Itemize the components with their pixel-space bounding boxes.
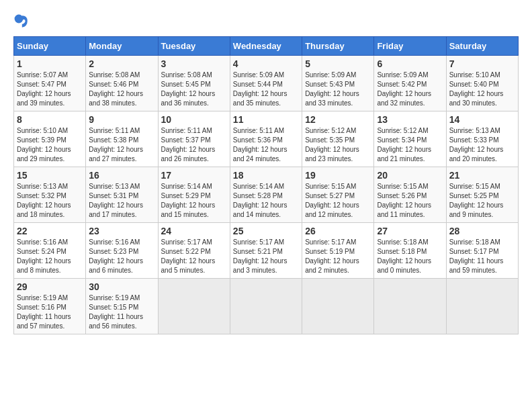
- calendar-cell: [446, 279, 518, 334]
- day-info: Sunrise: 5:15 AMSunset: 5:25 PMDaylight:…: [449, 182, 515, 220]
- day-info: Sunrise: 5:09 AMSunset: 5:42 PMDaylight:…: [377, 71, 443, 108]
- day-number: 19: [305, 170, 371, 181]
- day-info: Sunrise: 5:19 AMSunset: 5:16 PMDaylight:…: [17, 293, 83, 331]
- calendar-cell: 22Sunrise: 5:16 AMSunset: 5:24 PMDayligh…: [14, 223, 86, 279]
- calendar-cell: 6Sunrise: 5:09 AMSunset: 5:42 PMDaylight…: [374, 56, 446, 111]
- calendar-cell: 7Sunrise: 5:10 AMSunset: 5:40 PMDaylight…: [446, 56, 518, 111]
- calendar-cell: [302, 279, 374, 334]
- weekday-header: Sunday: [14, 37, 86, 56]
- calendar-cell: 29Sunrise: 5:19 AMSunset: 5:16 PMDayligh…: [14, 279, 86, 334]
- calendar-header-row: SundayMondayTuesdayWednesdayThursdayFrid…: [14, 37, 519, 56]
- day-info: Sunrise: 5:14 AMSunset: 5:28 PMDaylight:…: [233, 182, 299, 220]
- calendar-cell: [230, 279, 302, 334]
- page-header: [13, 13, 519, 30]
- day-number: 29: [17, 281, 83, 292]
- calendar-cell: 19Sunrise: 5:15 AMSunset: 5:27 PMDayligh…: [302, 167, 374, 223]
- day-info: Sunrise: 5:11 AMSunset: 5:37 PMDaylight:…: [161, 126, 227, 164]
- day-number: 5: [305, 58, 371, 69]
- calendar-cell: 11Sunrise: 5:11 AMSunset: 5:36 PMDayligh…: [230, 111, 302, 167]
- day-number: 17: [161, 170, 227, 181]
- day-number: 28: [449, 226, 515, 236]
- day-info: Sunrise: 5:12 AMSunset: 5:34 PMDaylight:…: [377, 126, 443, 164]
- day-info: Sunrise: 5:17 AMSunset: 5:21 PMDaylight:…: [233, 238, 299, 275]
- calendar-week-row: 1Sunrise: 5:07 AMSunset: 5:47 PMDaylight…: [14, 56, 519, 111]
- weekday-header: Tuesday: [158, 37, 230, 56]
- day-info: Sunrise: 5:12 AMSunset: 5:35 PMDaylight:…: [305, 126, 371, 164]
- calendar-cell: 25Sunrise: 5:17 AMSunset: 5:21 PMDayligh…: [230, 223, 302, 279]
- day-info: Sunrise: 5:10 AMSunset: 5:40 PMDaylight:…: [449, 71, 515, 108]
- day-number: 4: [233, 58, 299, 69]
- day-number: 18: [233, 170, 299, 181]
- calendar-cell: 14Sunrise: 5:13 AMSunset: 5:33 PMDayligh…: [446, 111, 518, 167]
- calendar-cell: 8Sunrise: 5:10 AMSunset: 5:39 PMDaylight…: [14, 111, 86, 167]
- calendar-cell: 1Sunrise: 5:07 AMSunset: 5:47 PMDaylight…: [14, 56, 86, 111]
- day-number: 24: [161, 226, 227, 236]
- day-info: Sunrise: 5:07 AMSunset: 5:47 PMDaylight:…: [17, 71, 83, 108]
- calendar-week-row: 29Sunrise: 5:19 AMSunset: 5:16 PMDayligh…: [14, 279, 519, 334]
- day-info: Sunrise: 5:11 AMSunset: 5:38 PMDaylight:…: [89, 126, 154, 164]
- calendar-cell: 27Sunrise: 5:18 AMSunset: 5:18 PMDayligh…: [374, 223, 446, 279]
- calendar-cell: 26Sunrise: 5:17 AMSunset: 5:19 PMDayligh…: [302, 223, 374, 279]
- calendar-week-row: 15Sunrise: 5:13 AMSunset: 5:32 PMDayligh…: [14, 167, 519, 223]
- weekday-header: Thursday: [302, 37, 374, 56]
- calendar-week-row: 22Sunrise: 5:16 AMSunset: 5:24 PMDayligh…: [14, 223, 519, 279]
- calendar-cell: 20Sunrise: 5:15 AMSunset: 5:26 PMDayligh…: [374, 167, 446, 223]
- day-number: 6: [377, 58, 443, 69]
- calendar-cell: 4Sunrise: 5:09 AMSunset: 5:44 PMDaylight…: [230, 56, 302, 111]
- calendar-cell: 5Sunrise: 5:09 AMSunset: 5:43 PMDaylight…: [302, 56, 374, 111]
- day-number: 12: [305, 114, 371, 125]
- day-number: 21: [449, 170, 515, 181]
- day-info: Sunrise: 5:19 AMSunset: 5:15 PMDaylight:…: [89, 293, 154, 331]
- calendar-cell: 28Sunrise: 5:18 AMSunset: 5:17 PMDayligh…: [446, 223, 518, 279]
- day-info: Sunrise: 5:08 AMSunset: 5:46 PMDaylight:…: [89, 71, 154, 108]
- day-info: Sunrise: 5:09 AMSunset: 5:43 PMDaylight:…: [305, 71, 371, 108]
- logo: [13, 13, 35, 30]
- day-info: Sunrise: 5:16 AMSunset: 5:24 PMDaylight:…: [17, 238, 83, 275]
- weekday-header: Saturday: [446, 37, 518, 56]
- day-number: 2: [89, 58, 154, 69]
- calendar-cell: 30Sunrise: 5:19 AMSunset: 5:15 PMDayligh…: [86, 279, 158, 334]
- calendar-cell: 2Sunrise: 5:08 AMSunset: 5:46 PMDaylight…: [86, 56, 158, 111]
- day-number: 27: [377, 226, 443, 236]
- day-number: 11: [233, 114, 299, 125]
- calendar-cell: [158, 279, 230, 334]
- day-number: 16: [89, 170, 154, 181]
- day-info: Sunrise: 5:09 AMSunset: 5:44 PMDaylight:…: [233, 71, 299, 108]
- calendar-cell: 15Sunrise: 5:13 AMSunset: 5:32 PMDayligh…: [14, 167, 86, 223]
- svg-point-0: [15, 15, 24, 24]
- day-info: Sunrise: 5:10 AMSunset: 5:39 PMDaylight:…: [17, 126, 83, 164]
- calendar-table: SundayMondayTuesdayWednesdayThursdayFrid…: [13, 36, 519, 334]
- day-info: Sunrise: 5:18 AMSunset: 5:17 PMDaylight:…: [449, 238, 515, 275]
- calendar-cell: 23Sunrise: 5:16 AMSunset: 5:23 PMDayligh…: [86, 223, 158, 279]
- calendar-cell: 12Sunrise: 5:12 AMSunset: 5:35 PMDayligh…: [302, 111, 374, 167]
- day-info: Sunrise: 5:17 AMSunset: 5:19 PMDaylight:…: [305, 238, 371, 275]
- day-info: Sunrise: 5:15 AMSunset: 5:27 PMDaylight:…: [305, 182, 371, 220]
- day-info: Sunrise: 5:18 AMSunset: 5:18 PMDaylight:…: [377, 238, 443, 275]
- day-number: 23: [89, 226, 154, 236]
- day-number: 14: [449, 114, 515, 125]
- weekday-header: Wednesday: [230, 37, 302, 56]
- day-number: 20: [377, 170, 443, 181]
- day-number: 10: [161, 114, 227, 125]
- calendar-cell: 21Sunrise: 5:15 AMSunset: 5:25 PMDayligh…: [446, 167, 518, 223]
- day-info: Sunrise: 5:11 AMSunset: 5:36 PMDaylight:…: [233, 126, 299, 164]
- calendar-cell: [374, 279, 446, 334]
- calendar-cell: 16Sunrise: 5:13 AMSunset: 5:31 PMDayligh…: [86, 167, 158, 223]
- day-number: 8: [17, 114, 83, 125]
- logo-icon: [13, 13, 30, 30]
- calendar-cell: 13Sunrise: 5:12 AMSunset: 5:34 PMDayligh…: [374, 111, 446, 167]
- weekday-header: Monday: [86, 37, 158, 56]
- calendar-cell: 3Sunrise: 5:08 AMSunset: 5:45 PMDaylight…: [158, 56, 230, 111]
- day-info: Sunrise: 5:13 AMSunset: 5:31 PMDaylight:…: [89, 182, 154, 220]
- day-number: 13: [377, 114, 443, 125]
- calendar-cell: 24Sunrise: 5:17 AMSunset: 5:22 PMDayligh…: [158, 223, 230, 279]
- day-number: 9: [89, 114, 154, 125]
- calendar-week-row: 8Sunrise: 5:10 AMSunset: 5:39 PMDaylight…: [14, 111, 519, 167]
- day-number: 22: [17, 226, 83, 236]
- day-info: Sunrise: 5:08 AMSunset: 5:45 PMDaylight:…: [161, 71, 227, 108]
- calendar-cell: 18Sunrise: 5:14 AMSunset: 5:28 PMDayligh…: [230, 167, 302, 223]
- day-info: Sunrise: 5:14 AMSunset: 5:29 PMDaylight:…: [161, 182, 227, 220]
- day-number: 15: [17, 170, 83, 181]
- day-info: Sunrise: 5:13 AMSunset: 5:32 PMDaylight:…: [17, 182, 83, 220]
- day-info: Sunrise: 5:16 AMSunset: 5:23 PMDaylight:…: [89, 238, 154, 275]
